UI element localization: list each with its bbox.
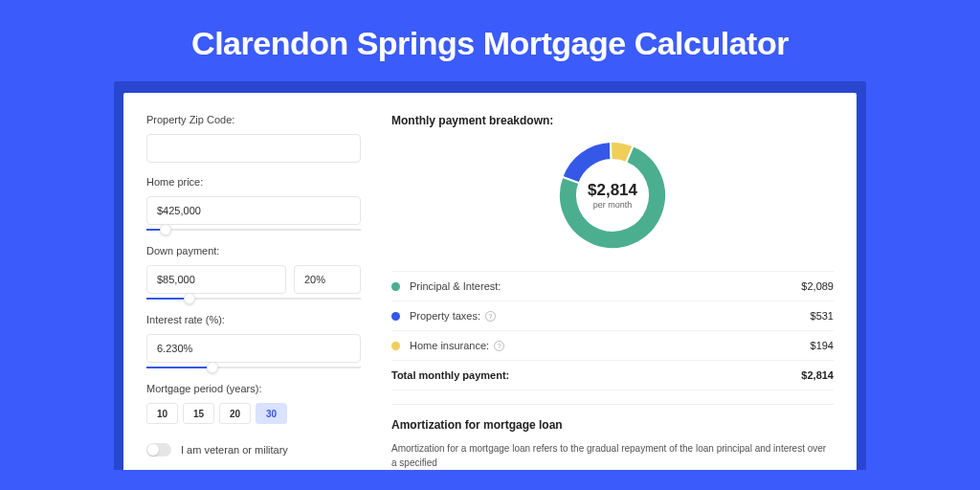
inputs-column: Property Zip Code: Home price: Down paym…: [146, 114, 380, 470]
period-options: 10152030: [146, 403, 361, 424]
rate-input[interactable]: [146, 334, 361, 363]
legend-dot-icon: [391, 282, 400, 291]
legend-row-2: Home insurance:?$194: [391, 331, 834, 361]
toggle-knob: [147, 444, 159, 456]
down-label: Down payment:: [146, 245, 361, 256]
down-group: Down payment:: [146, 245, 361, 306]
legend-label: Principal & Interest:: [410, 280, 501, 292]
amortization-text: Amortization for a mortgage loan refers …: [391, 441, 834, 470]
down-amount-input[interactable]: [146, 265, 286, 294]
legend-dot-icon: [391, 342, 400, 350]
legend-value: $2,089: [801, 280, 834, 292]
period-label: Mortgage period (years):: [146, 383, 361, 394]
price-group: Home price:: [146, 176, 361, 237]
veteran-toggle[interactable]: [146, 443, 171, 457]
legend-dot-icon: [391, 312, 400, 321]
period-group: Mortgage period (years): 10152030: [146, 383, 361, 424]
calculator-card: Property Zip Code: Home price: Down paym…: [123, 93, 857, 470]
down-percent-input[interactable]: [294, 265, 361, 294]
legend-label: Home insurance:: [410, 340, 489, 351]
veteran-label: I am veteran or military: [181, 444, 288, 456]
total-label: Total monthly payment:: [391, 369, 509, 381]
breakdown-title: Monthly payment breakdown:: [391, 114, 834, 127]
down-slider[interactable]: [146, 293, 361, 306]
rate-label: Interest rate (%):: [146, 314, 361, 325]
price-input[interactable]: [146, 196, 361, 225]
amortization-title: Amortization for mortgage loan: [391, 418, 834, 432]
zip-label: Property Zip Code:: [146, 114, 361, 125]
page-title: Clarendon Springs Mortgage Calculator: [0, 0, 980, 81]
price-slider-thumb[interactable]: [160, 224, 171, 235]
legend-value: $531: [811, 310, 834, 322]
zip-input[interactable]: [146, 134, 361, 163]
breakdown-column: Monthly payment breakdown: $2,814 per mo…: [380, 114, 834, 470]
amortization-section: Amortization for mortgage loan Amortizat…: [391, 404, 834, 470]
donut-sub: per month: [593, 200, 633, 210]
rate-slider[interactable]: [146, 362, 361, 375]
veteran-row: I am veteran or military: [146, 443, 361, 457]
rate-group: Interest rate (%):: [146, 314, 361, 375]
donut-amount: $2,814: [588, 181, 637, 200]
period-option-20[interactable]: 20: [219, 403, 251, 424]
zip-group: Property Zip Code:: [146, 114, 361, 163]
total-value: $2,814: [801, 369, 834, 381]
card-shadow-band: Property Zip Code: Home price: Down paym…: [114, 81, 866, 470]
info-icon[interactable]: ?: [485, 311, 496, 322]
price-slider[interactable]: [146, 224, 361, 237]
price-label: Home price:: [146, 176, 361, 188]
period-option-10[interactable]: 10: [146, 403, 178, 424]
legend: Principal & Interest:$2,089Property taxe…: [391, 271, 834, 390]
legend-value: $194: [811, 340, 834, 351]
legend-label: Property taxes:: [410, 310, 480, 322]
rate-slider-thumb[interactable]: [207, 362, 218, 373]
donut-chart: $2,814 per month: [554, 137, 671, 254]
down-slider-thumb[interactable]: [184, 293, 195, 304]
period-option-30[interactable]: 30: [256, 403, 287, 424]
legend-row-1: Property taxes:?$531: [391, 301, 834, 331]
info-icon[interactable]: ?: [494, 341, 504, 351]
period-option-15[interactable]: 15: [183, 403, 214, 424]
legend-total-row: Total monthly payment:$2,814: [391, 361, 834, 390]
legend-row-0: Principal & Interest:$2,089: [391, 272, 834, 301]
